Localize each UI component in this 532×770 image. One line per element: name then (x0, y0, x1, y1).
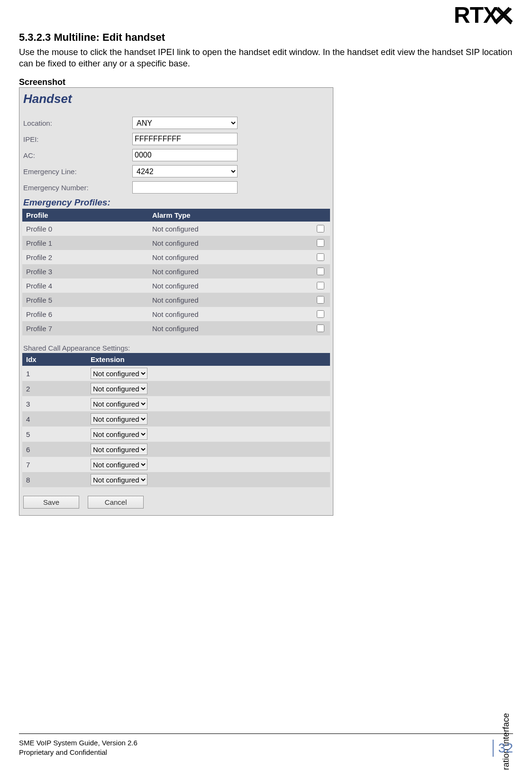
table-row: Profile 4Not configured (22, 278, 330, 293)
profile-alarm-cell: Not configured (148, 321, 310, 335)
profile-alarm-cell: Not configured (148, 222, 310, 236)
profile-checkbox-cell (310, 321, 330, 335)
sca-ext-cell: Not configured (87, 427, 330, 442)
table-row: Profile 3Not configured (22, 264, 330, 278)
location-select[interactable]: ANY (132, 117, 238, 129)
ac-label: AC: (22, 151, 132, 159)
profile-name-cell: Profile 1 (22, 236, 148, 250)
sca-idx-cell: 8 (22, 472, 87, 487)
sca-table: Idx Extension 1Not configured2Not config… (22, 353, 330, 487)
sca-idx-cell: 3 (22, 396, 87, 411)
profile-checkbox-cell (310, 264, 330, 278)
table-row: Profile 1Not configured (22, 236, 330, 250)
profile-alarm-cell: Not configured (148, 307, 310, 321)
profile-alarm-cell: Not configured (148, 264, 310, 278)
logo-text: RTX (454, 2, 498, 28)
sca-idx-cell: 5 (22, 427, 87, 442)
profile-name-cell: Profile 6 (22, 307, 148, 321)
profile-checkbox[interactable] (317, 310, 324, 318)
handset-edit-panel: Handset Location: ANY IPEI: AC: Emergenc… (19, 87, 333, 516)
sca-idx-cell: 7 (22, 457, 87, 472)
sca-extension-select[interactable]: Not configured (91, 368, 147, 379)
profiles-header-blank (310, 209, 330, 222)
sca-idx-cell: 6 (22, 442, 87, 457)
page-number: 32 (493, 740, 513, 757)
profile-checkbox[interactable] (317, 296, 324, 304)
profile-checkbox-cell (310, 222, 330, 236)
table-row: 5Not configured (22, 427, 330, 442)
profile-name-cell: Profile 0 (22, 222, 148, 236)
section-body-text: Use the mouse to click the handset IPEI … (19, 46, 513, 69)
sca-ext-cell: Not configured (87, 457, 330, 472)
profile-checkbox-cell (310, 236, 330, 250)
footer: SME VoIP System Guide, Version 2.6 Propr… (19, 738, 138, 757)
sca-extension-select[interactable]: Not configured (91, 474, 147, 485)
save-button[interactable]: Save (23, 496, 79, 509)
sca-ext-cell: Not configured (87, 442, 330, 457)
profile-checkbox[interactable] (317, 268, 324, 275)
cancel-button[interactable]: Cancel (88, 496, 144, 509)
profile-name-cell: Profile 2 (22, 250, 148, 264)
sca-extension-select[interactable]: Not configured (91, 444, 147, 455)
sca-ext-cell: Not configured (87, 381, 330, 396)
section-heading: 5.3.2.3 Multiline: Edit handset (19, 31, 513, 44)
profile-checkbox-cell (310, 250, 330, 264)
emergency-profiles-heading: Emergency Profiles: (23, 197, 330, 208)
screenshot-label: Screenshot (19, 77, 513, 87)
table-row: Profile 6Not configured (22, 307, 330, 321)
table-row: 8Not configured (22, 472, 330, 487)
table-row: 3Not configured (22, 396, 330, 411)
profile-checkbox[interactable] (317, 239, 324, 247)
footer-line-1: SME VoIP System Guide, Version 2.6 (19, 738, 138, 748)
footer-line-2: Proprietary and Confidential (19, 748, 138, 757)
emergency-number-input[interactable] (132, 181, 238, 194)
profile-checkbox[interactable] (317, 253, 324, 261)
sca-heading: Shared Call Appearance Settings: (23, 344, 330, 352)
profile-alarm-cell: Not configured (148, 236, 310, 250)
table-row: 1Not configured (22, 366, 330, 381)
sca-extension-select[interactable]: Not configured (91, 383, 147, 394)
footer-rule (19, 733, 513, 734)
sca-ext-cell: Not configured (87, 472, 330, 487)
ipei-input[interactable] (132, 133, 238, 145)
sca-extension-select[interactable]: Not configured (91, 398, 147, 409)
profile-checkbox-cell (310, 278, 330, 293)
profile-checkbox[interactable] (317, 325, 324, 332)
table-row: 2Not configured (22, 381, 330, 396)
emergency-line-label: Emergency Line: (22, 167, 132, 176)
table-row: 7Not configured (22, 457, 330, 472)
sca-header-ext: Extension (87, 353, 330, 366)
profile-alarm-cell: Not configured (148, 293, 310, 307)
profile-checkbox-cell (310, 307, 330, 321)
emergency-number-label: Emergency Number: (22, 184, 132, 192)
sca-idx-cell: 1 (22, 366, 87, 381)
emergency-profiles-table: Profile Alarm Type Profile 0Not configur… (22, 209, 330, 335)
profile-name-cell: Profile 3 (22, 264, 148, 278)
profiles-header-profile: Profile (22, 209, 148, 222)
profile-checkbox[interactable] (317, 282, 324, 289)
profile-alarm-cell: Not configured (148, 250, 310, 264)
sca-header-idx: Idx (22, 353, 87, 366)
sca-extension-select[interactable]: Not configured (91, 428, 147, 440)
sca-idx-cell: 2 (22, 381, 87, 396)
sca-extension-select[interactable]: Not configured (91, 413, 147, 425)
emergency-line-select[interactable]: 4242 (132, 165, 238, 177)
sca-ext-cell: Not configured (87, 411, 330, 427)
profiles-header-alarm: Alarm Type (148, 209, 310, 222)
table-row: 4Not configured (22, 411, 330, 427)
sca-idx-cell: 4 (22, 411, 87, 427)
profile-name-cell: Profile 5 (22, 293, 148, 307)
profile-name-cell: Profile 4 (22, 278, 148, 293)
table-row: Profile 0Not configured (22, 222, 330, 236)
location-label: Location: (22, 119, 132, 127)
brand-logo: RTX (454, 2, 513, 28)
sca-ext-cell: Not configured (87, 396, 330, 411)
profile-name-cell: Profile 7 (22, 321, 148, 335)
sca-extension-select[interactable]: Not configured (91, 459, 147, 470)
table-row: Profile 2Not configured (22, 250, 330, 264)
ipei-label: IPEI: (22, 135, 132, 143)
profile-checkbox-cell (310, 293, 330, 307)
profile-checkbox[interactable] (317, 225, 324, 232)
table-row: 6Not configured (22, 442, 330, 457)
ac-input[interactable] (132, 149, 238, 161)
